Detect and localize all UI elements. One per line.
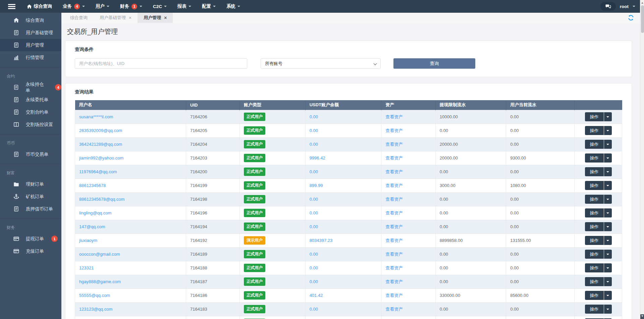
username-link[interactable]: susana*****il.com xyxy=(79,114,113,119)
balance-link[interactable]: 0.00 xyxy=(310,197,318,202)
action-dropdown-button[interactable] xyxy=(604,195,612,204)
view-assets-link[interactable]: 查看资产 xyxy=(385,155,403,161)
account-type-select[interactable]: 所有账号 xyxy=(261,58,381,69)
username-link[interactable]: 11976964@qq.com xyxy=(79,169,117,174)
action-button[interactable]: 操作 xyxy=(585,112,604,121)
username-link[interactable]: 55555@qq.com xyxy=(79,293,110,298)
sidebar-item-永续持仓单[interactable]: 永续持仓单 4 xyxy=(0,81,61,93)
balance-link[interactable]: 9996.42 xyxy=(310,155,325,161)
sidebar-item-行情管理[interactable]: 行情管理 xyxy=(0,51,61,64)
action-dropdown-button[interactable] xyxy=(604,236,612,245)
view-assets-link[interactable]: 查看资产 xyxy=(385,183,403,188)
username-link[interactable]: 147@qq.com xyxy=(79,224,105,229)
action-dropdown-button[interactable] xyxy=(604,181,612,190)
action-button[interactable]: 操作 xyxy=(585,277,604,286)
action-dropdown-button[interactable] xyxy=(604,126,612,135)
sidebar-item-交割合约单[interactable]: 交割合约单 xyxy=(0,106,61,118)
action-dropdown-button[interactable] xyxy=(604,167,612,176)
view-assets-link[interactable]: 查看资产 xyxy=(385,279,403,284)
sidebar-item-永续委托单[interactable]: 永续委托单 xyxy=(0,93,61,106)
search-input[interactable] xyxy=(75,58,247,69)
sidebar-item-币币交易单[interactable]: 币币交易单 xyxy=(0,148,61,161)
username-link[interactable]: oooccon@gmail.com xyxy=(79,252,120,257)
balance-link[interactable]: 0.00 xyxy=(310,169,318,174)
view-assets-link[interactable]: 查看资产 xyxy=(385,210,403,215)
scroll-down-button[interactable] xyxy=(640,314,644,319)
scroll-up-button[interactable] xyxy=(640,0,644,5)
view-assets-link[interactable]: 查看资产 xyxy=(385,142,403,147)
action-dropdown-button[interactable] xyxy=(604,140,612,149)
hamburger-menu-icon[interactable] xyxy=(8,4,15,9)
balance-link[interactable]: 0.00 xyxy=(310,307,318,312)
action-button[interactable]: 操作 xyxy=(585,140,604,149)
nav-item-财务[interactable]: 财务 1 xyxy=(120,3,142,9)
scrollbar-thumb[interactable] xyxy=(641,5,644,33)
view-assets-link[interactable]: 查看资产 xyxy=(385,238,403,243)
balance-link[interactable]: 0.00 xyxy=(310,114,318,119)
action-button[interactable]: 操作 xyxy=(585,236,604,245)
view-assets-link[interactable]: 查看资产 xyxy=(385,307,403,312)
action-button[interactable]: 操作 xyxy=(585,263,604,272)
username-link[interactable]: 88612345678 xyxy=(79,183,106,188)
action-dropdown-button[interactable] xyxy=(604,208,612,217)
vertical-scrollbar[interactable] xyxy=(640,0,644,319)
balance-link[interactable]: 0.00 xyxy=(310,210,318,215)
username-link[interactable]: 123123@qq.com xyxy=(79,307,112,312)
action-button[interactable]: 操作 xyxy=(585,181,604,190)
nav-item-综合查询[interactable]: 综合查询 xyxy=(27,3,52,9)
balance-link[interactable]: 899.99 xyxy=(310,183,323,188)
username-link[interactable]: 88612345678@qq.com xyxy=(79,197,124,202)
username-link[interactable]: lingling@qq.com xyxy=(79,210,111,215)
action-dropdown-button[interactable] xyxy=(604,277,612,286)
chat-button[interactable] xyxy=(600,2,616,11)
action-button[interactable]: 操作 xyxy=(585,208,604,217)
action-button[interactable]: 操作 xyxy=(585,126,604,135)
view-assets-link[interactable]: 查看资产 xyxy=(385,169,403,174)
action-dropdown-button[interactable] xyxy=(604,153,612,163)
sidebar-item-质押借币订单[interactable]: 质押借币订单 xyxy=(0,203,61,215)
sidebar-item-矿机订单[interactable]: 矿机订单 xyxy=(0,190,61,203)
balance-link[interactable]: 401.42 xyxy=(310,293,323,298)
view-assets-link[interactable]: 查看资产 xyxy=(385,265,403,270)
nav-item-报表[interactable]: 报表 xyxy=(177,3,191,9)
action-dropdown-button[interactable] xyxy=(604,263,612,272)
tab-用户管理[interactable]: 用户管理 × xyxy=(138,13,173,23)
action-dropdown-button[interactable] xyxy=(604,222,612,231)
nav-item-系统[interactable]: 系统 xyxy=(226,3,240,9)
view-assets-link[interactable]: 查看资产 xyxy=(385,293,403,298)
nav-item-配置[interactable]: 配置 xyxy=(202,3,216,9)
view-assets-link[interactable]: 查看资产 xyxy=(385,128,403,133)
action-button[interactable]: 操作 xyxy=(585,222,604,231)
view-assets-link[interactable]: 查看资产 xyxy=(385,224,403,229)
balance-link[interactable]: 0.00 xyxy=(310,142,318,147)
tab-用户基础管理[interactable]: 用户基础管理 × xyxy=(94,13,138,23)
tab-close-icon[interactable]: × xyxy=(164,15,167,20)
balance-link[interactable]: 8034397.23 xyxy=(310,238,333,243)
username-link[interactable]: hgay888@game.com xyxy=(79,279,121,284)
username-link[interactable]: 2635392009@qq.com xyxy=(79,128,122,133)
username-link[interactable]: jiamin992@yahoo.com xyxy=(79,155,123,161)
action-button[interactable]: 操作 xyxy=(585,153,604,163)
view-assets-link[interactable]: 查看资产 xyxy=(385,252,403,257)
tab-综合查询[interactable]: 综合查询 xyxy=(64,13,94,23)
balance-link[interactable]: 0.00 xyxy=(310,128,318,133)
username-link[interactable]: jiuxiaoym xyxy=(79,238,97,243)
sidebar-item-理财订单[interactable]: 理财订单 xyxy=(0,178,61,190)
user-menu[interactable]: root xyxy=(620,4,629,9)
username-link[interactable]: 123321 xyxy=(79,265,94,270)
refresh-icon[interactable] xyxy=(628,15,634,21)
view-assets-link[interactable]: 查看资产 xyxy=(385,114,403,119)
action-dropdown-button[interactable] xyxy=(604,250,612,259)
action-button[interactable]: 操作 xyxy=(585,291,604,300)
sidebar-item-综合查询[interactable]: 综合查询 xyxy=(0,14,61,26)
action-button[interactable]: 操作 xyxy=(585,250,604,259)
sidebar-item-提现订单[interactable]: 提现订单 1 xyxy=(0,233,61,245)
username-link[interactable]: 3642421289@qq.com xyxy=(79,142,122,147)
action-button[interactable]: 操作 xyxy=(585,195,604,204)
action-button[interactable]: 操作 xyxy=(585,167,604,176)
nav-item-业务[interactable]: 业务 4 xyxy=(63,3,85,9)
sidebar-item-交割场控设置[interactable]: 交割场控设置 xyxy=(0,118,61,131)
view-assets-link[interactable]: 查看资产 xyxy=(385,197,403,202)
nav-item-C2C[interactable]: C2C xyxy=(153,4,167,9)
sidebar-item-充值订单[interactable]: 充值订单 xyxy=(0,245,61,257)
